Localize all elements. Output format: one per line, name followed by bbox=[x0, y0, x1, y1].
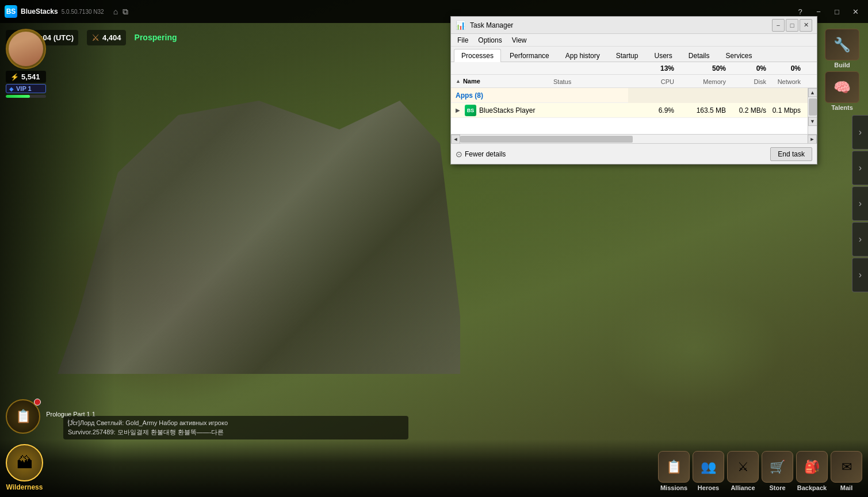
right-edge-tabs: › › › › › bbox=[852, 115, 868, 292]
hscroll-left-button[interactable]: ◄ bbox=[451, 135, 460, 144]
heroes-button[interactable]: 👥 Heroes bbox=[693, 451, 724, 491]
tm-bottom-bar: ⊙ Fewer details End task bbox=[451, 143, 817, 164]
troop-icon: ⚔ bbox=[91, 32, 100, 43]
talents-label: Talents bbox=[831, 104, 853, 111]
disk-column-sort[interactable]: Disk bbox=[754, 78, 766, 85]
wilderness-icon: 🏔 bbox=[6, 444, 43, 481]
scroll-up-button[interactable]: ▲ bbox=[808, 88, 817, 97]
bluestacks-process-row[interactable]: ▶ BS BlueStacks Player 6.9% 163.5 MB 0.2… bbox=[451, 103, 817, 118]
bluestacks-version: 5.0.50.7130 N32 bbox=[62, 9, 104, 15]
mail-button[interactable]: ✉ Mail bbox=[831, 451, 862, 491]
bottom-hud: 🏔 Wilderness [Jcr]Лорд Светлый: Gold_Arm… bbox=[0, 439, 868, 497]
task-manager-menu: File Options View bbox=[451, 34, 817, 47]
hscroll-track bbox=[460, 135, 808, 143]
network-percentage: 0% bbox=[766, 64, 812, 72]
tm-table-header: ▲ Name Status CPU Memory Disk Network bbox=[451, 75, 817, 88]
column-network-header: Network bbox=[766, 76, 812, 86]
alliance-icon: ⚔ bbox=[727, 451, 759, 483]
hscroll-thumb[interactable] bbox=[460, 136, 633, 143]
multi-instance-icon[interactable]: ⧉ bbox=[123, 7, 128, 17]
alliance-button[interactable]: ⚔ Alliance bbox=[727, 451, 759, 491]
home-icon[interactable]: ⌂ bbox=[113, 7, 118, 17]
talents-button[interactable]: 🧠 Talents bbox=[819, 71, 865, 111]
build-button[interactable]: 🔧 Build bbox=[819, 29, 865, 68]
quest-notification-badge bbox=[34, 399, 41, 406]
edge-tab-5[interactable]: › bbox=[852, 258, 868, 292]
tab-app-history[interactable]: App history bbox=[558, 49, 607, 62]
hscroll-right-button[interactable]: ► bbox=[808, 135, 817, 144]
apps-group-label: Apps (8) bbox=[456, 91, 628, 100]
close-button[interactable]: ✕ bbox=[847, 3, 863, 20]
tm-menu-file[interactable]: File bbox=[454, 35, 472, 45]
player-power: ⚡ 5,541 bbox=[10, 72, 41, 81]
building-silhouette bbox=[58, 86, 460, 374]
network-column-sort[interactable]: Network bbox=[778, 78, 801, 85]
column-disk-header: Disk bbox=[726, 76, 766, 86]
tab-processes[interactable]: Processes bbox=[454, 49, 501, 62]
tab-startup[interactable]: Startup bbox=[609, 49, 646, 62]
fewer-details-label: Fewer details bbox=[465, 150, 506, 158]
process-expand-icon[interactable]: ▶ bbox=[456, 107, 465, 113]
backpack-label: Backpack bbox=[797, 484, 827, 491]
tm-close-button[interactable]: ✕ bbox=[800, 19, 812, 32]
store-label: Store bbox=[769, 484, 785, 491]
player-avatar[interactable] bbox=[6, 29, 46, 69]
fewer-details-button[interactable]: ⊙ Fewer details bbox=[456, 150, 506, 159]
cpu-column-sort[interactable]: CPU bbox=[661, 78, 674, 85]
name-column-sort[interactable]: Name bbox=[463, 78, 480, 85]
tm-table-body: Apps (8) ▶ BS BlueStacks Player 6.9% 163… bbox=[451, 88, 817, 134]
scroll-thumb[interactable] bbox=[809, 98, 817, 116]
prosperity-status: Prospering bbox=[135, 33, 177, 42]
tab-details[interactable]: Details bbox=[681, 49, 717, 62]
player-area: ⚡ 5,541 ◆ VIP 1 bbox=[6, 29, 46, 98]
tm-restore-button[interactable]: □ bbox=[786, 19, 798, 32]
apps-group-row[interactable]: Apps (8) bbox=[451, 88, 817, 103]
edge-tab-2[interactable]: › bbox=[852, 151, 868, 185]
talents-icon: 🧠 bbox=[825, 71, 859, 103]
tm-minimize-button[interactable]: − bbox=[772, 19, 785, 32]
memory-column-sort[interactable]: Memory bbox=[703, 78, 726, 85]
vip-diamond-icon: ◆ bbox=[9, 86, 14, 92]
store-button[interactable]: 🛒 Store bbox=[762, 451, 793, 491]
mail-icon: ✉ bbox=[831, 451, 862, 483]
edge-tab-3[interactable]: › bbox=[852, 186, 868, 221]
tab-performance[interactable]: Performance bbox=[502, 49, 557, 62]
cpu-percentage: 13% bbox=[628, 64, 674, 72]
health-bar bbox=[6, 95, 46, 98]
process-memory: 163.5 MB bbox=[674, 106, 726, 114]
quest-icon[interactable]: 📋 bbox=[6, 399, 40, 434]
backpack-icon: 🎒 bbox=[796, 451, 828, 483]
tm-menu-options[interactable]: Options bbox=[475, 35, 505, 45]
build-icon: 🔧 bbox=[825, 29, 859, 60]
avatar-face bbox=[9, 32, 43, 66]
vip-text: VIP 1 bbox=[16, 85, 32, 92]
end-task-button[interactable]: End task bbox=[770, 147, 812, 161]
process-name: BlueStacks Player bbox=[479, 106, 553, 114]
task-manager-window: 📊 Task Manager − □ ✕ File Options View P… bbox=[450, 16, 817, 165]
edge-tab-4[interactable]: › bbox=[852, 222, 868, 257]
status-column-sort[interactable]: Status bbox=[553, 78, 571, 85]
tab-services[interactable]: Services bbox=[718, 49, 760, 62]
scroll-down-button[interactable]: ▼ bbox=[808, 117, 817, 126]
wilderness-label: Wilderness bbox=[6, 483, 43, 491]
chat-line-2: Survivor.257489: 모바일결제 환불대행 환블똑——-다른 bbox=[68, 428, 404, 437]
backpack-button[interactable]: 🎒 Backpack bbox=[796, 451, 828, 491]
maximize-button[interactable]: □ bbox=[829, 3, 845, 20]
process-cpu: 6.9% bbox=[628, 106, 674, 114]
missions-icon: 📋 bbox=[658, 451, 690, 483]
wilderness-button[interactable]: 🏔 Wilderness bbox=[6, 444, 43, 491]
heroes-icon: 👥 bbox=[693, 451, 724, 483]
bluestacks-process-icon: BS bbox=[465, 105, 476, 116]
player-stats: ⚡ 5,541 bbox=[6, 71, 46, 83]
tm-window-controls: − □ ✕ bbox=[772, 19, 812, 32]
build-label: Build bbox=[834, 62, 850, 68]
column-cpu-header: CPU bbox=[628, 76, 674, 86]
bluestacks-logo: BS BlueStacks 5.0.50.7130 N32 bbox=[5, 5, 104, 18]
chat-area: [Jcr]Лорд Светлый: Gold_Army Набор актив… bbox=[63, 416, 408, 439]
tab-users[interactable]: Users bbox=[647, 49, 679, 62]
missions-button[interactable]: 📋 Missions bbox=[658, 451, 690, 491]
fewer-details-icon: ⊙ bbox=[456, 150, 462, 159]
edge-tab-1[interactable]: › bbox=[852, 115, 868, 150]
right-sidebar: 🔧 Build 🧠 Talents bbox=[810, 23, 868, 117]
tm-menu-view[interactable]: View bbox=[508, 35, 530, 45]
